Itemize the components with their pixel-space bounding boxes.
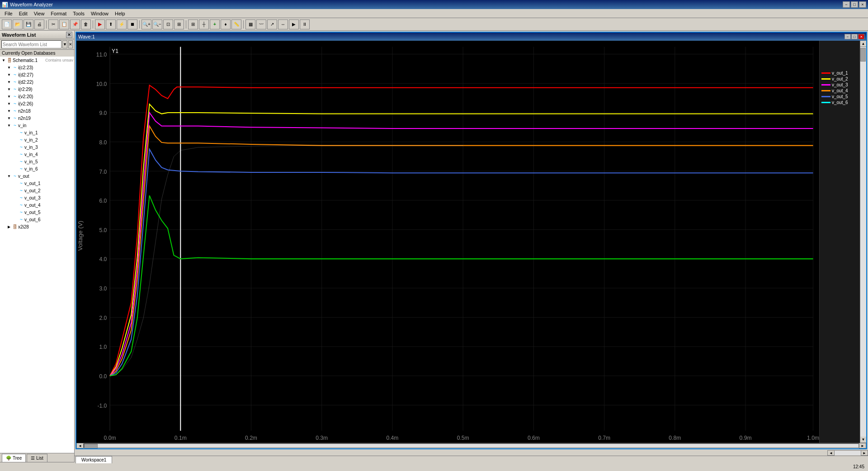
scroll-spacer <box>75 450 827 456</box>
btn-sim[interactable]: ⚡ <box>117 19 127 29</box>
tree-item-ic223[interactable]: ▼ ~ i(c2:23) <box>0 64 74 71</box>
btn-cursor[interactable]: ┼ <box>199 19 209 29</box>
btn-zoom-sel[interactable]: ⊞ <box>174 19 184 29</box>
menu-view[interactable]: View <box>31 10 47 17</box>
expander-n2n18[interactable]: ▼ <box>6 108 12 114</box>
workspace-tab-1[interactable]: Workspace1 <box>75 456 112 463</box>
tree-item-vout[interactable]: ▼ ~ v_out <box>0 172 74 180</box>
hscroll-thumb[interactable] <box>84 444 98 448</box>
expander-x2i28[interactable]: ▶ <box>6 224 12 229</box>
tree-tab-icon: 🌳 <box>6 456 11 461</box>
vscroll-track <box>860 47 866 437</box>
expander-id227[interactable]: ▼ <box>6 72 12 77</box>
tree-item-vin1[interactable]: ~ v_in_1 <box>0 129 74 136</box>
wave-maximize-btn[interactable]: □ <box>851 34 858 39</box>
btn-stop[interactable]: ⏹ <box>127 19 137 29</box>
btn-export[interactable]: ⬆ <box>106 19 116 29</box>
legend-scroll-left[interactable]: ◄ <box>827 450 835 456</box>
tree-item-id222[interactable]: ▼ ~ i(d2:22) <box>0 78 74 86</box>
tree-item-vin[interactable]: ▼ ~ v_in <box>0 122 74 129</box>
minimize-btn[interactable]: − <box>843 1 850 8</box>
tree-item-vin2[interactable]: ~ v_in_2 <box>0 136 74 143</box>
tree-item-n2n18[interactable]: ▼ ~ n2n18 <box>0 107 74 114</box>
svg-text:0.3m: 0.3m <box>316 435 328 441</box>
wave-minimize-btn[interactable]: − <box>844 34 851 39</box>
tree-item-vout5[interactable]: ~ v_out_5 <box>0 209 74 216</box>
btn-new[interactable]: 📄 <box>2 19 12 29</box>
hscroll-right-btn[interactable]: ► <box>859 443 866 448</box>
expander-ir229[interactable]: ▼ <box>6 86 12 92</box>
tree-item-vin5[interactable]: ~ v_in_5 <box>0 158 74 165</box>
tree-item-vout1[interactable]: ~ v_out_1 <box>0 180 74 187</box>
expander-id222[interactable]: ▼ <box>6 79 12 85</box>
btn-table[interactable]: ▦ <box>245 19 255 29</box>
tab-tree[interactable]: 🌳 Tree <box>2 454 26 462</box>
btn-open[interactable]: 📂 <box>13 19 23 29</box>
tree-item-vout3[interactable]: ~ v_out_3 <box>0 194 74 201</box>
menu-window[interactable]: Window <box>88 10 111 17</box>
menu-edit[interactable]: Edit <box>16 10 30 17</box>
search-clear-btn[interactable]: ✕ <box>68 40 73 48</box>
btn-add-wave[interactable]: + <box>210 19 220 29</box>
expander-ic223[interactable]: ▼ <box>6 65 12 70</box>
hscroll-left-btn[interactable]: ◄ <box>76 443 84 448</box>
btn-delete[interactable]: 🗑 <box>81 19 91 29</box>
btn-fft[interactable]: 〰 <box>256 19 266 29</box>
menu-help[interactable]: Help <box>112 10 128 17</box>
tree-item-vout6[interactable]: ~ v_out_6 <box>0 216 74 223</box>
btn-export2[interactable]: ↗ <box>267 19 277 29</box>
vscroll-thumb[interactable] <box>860 48 866 62</box>
btn-play[interactable]: ▶ <box>289 19 299 29</box>
close-btn[interactable]: × <box>859 1 866 8</box>
btn-copy[interactable]: 📋 <box>59 19 69 29</box>
tree-item-x2i28[interactable]: ▶ 🗄 x2i28 <box>0 223 74 230</box>
maximize-btn[interactable]: □ <box>851 1 858 8</box>
btn-zoom-in[interactable]: 🔍+ <box>142 19 151 29</box>
menu-file[interactable]: File <box>2 10 15 17</box>
btn-import[interactable]: ▶ <box>95 19 105 29</box>
expander-schematic1[interactable]: ▼ <box>1 57 6 63</box>
tree-item-vout2[interactable]: ~ v_out_2 <box>0 187 74 194</box>
btn-print[interactable]: 🖨 <box>34 19 44 29</box>
svg-text:Voltage (V): Voltage (V) <box>77 221 84 251</box>
svg-text:2.0: 2.0 <box>99 315 107 321</box>
btn-paste[interactable]: 📌 <box>70 19 80 29</box>
btn-cut[interactable]: ✂ <box>48 19 58 29</box>
tree-item-iv226[interactable]: ▼ ~ i(v2:26) <box>0 100 74 107</box>
panel-close-btn[interactable]: ✕ <box>66 32 72 38</box>
legend-scroll-right[interactable]: ► <box>861 450 868 456</box>
expander-iv226[interactable]: ▼ <box>6 101 12 106</box>
tree-item-n2n19[interactable]: ▼ ~ n2n19 <box>0 114 74 122</box>
tree-item-schematic1[interactable]: ▼ 🗄 Schematic.1 Contains unsav <box>0 57 74 64</box>
expander-vout[interactable]: ▼ <box>6 173 12 179</box>
menu-format[interactable]: Format <box>48 10 69 17</box>
tree-item-vin6[interactable]: ~ v_in_6 <box>0 165 74 172</box>
search-dropdown-btn[interactable]: ▼ <box>62 40 67 48</box>
tab-list[interactable]: ☰ List <box>27 454 47 462</box>
tree-item-vout4[interactable]: ~ v_out_4 <box>0 201 74 209</box>
btn-measure[interactable]: 📏 <box>231 19 241 29</box>
vscroll-down-btn[interactable]: ▼ <box>860 437 866 443</box>
btn-pan[interactable]: ↔ <box>278 19 288 29</box>
tree-item-vin4[interactable]: ~ v_in_4 <box>0 151 74 158</box>
tree-item-vin3[interactable]: ~ v_in_3 <box>0 143 74 151</box>
btn-marker[interactable]: ♦ <box>221 19 231 29</box>
expander-n2n19[interactable]: ▼ <box>6 115 12 121</box>
expander-iv220[interactable]: ▼ <box>6 94 12 99</box>
wave-icon-vout2: ~ <box>18 187 24 194</box>
btn-pause[interactable]: ⏸ <box>300 19 310 29</box>
btn-grid[interactable]: ⊞ <box>188 19 198 29</box>
menu-tools[interactable]: Tools <box>70 10 87 17</box>
wave-close-btn[interactable]: ✕ <box>858 34 864 39</box>
tree-item-iv220[interactable]: ▼ ~ i(v2:20) <box>0 93 74 100</box>
btn-zoom-fit[interactable]: ⊡ <box>163 19 173 29</box>
btn-zoom-out[interactable]: 🔍− <box>152 19 162 29</box>
vscroll-up-btn[interactable]: ▲ <box>860 41 866 47</box>
tree-item-ir229[interactable]: ▼ ~ i(r2:29) <box>0 86 74 93</box>
btn-save[interactable]: 💾 <box>24 19 33 29</box>
svg-text:0.2m: 0.2m <box>245 435 257 441</box>
expander-vout1 <box>13 181 18 186</box>
search-input[interactable] <box>1 40 61 48</box>
expander-vin[interactable]: ▼ <box>6 123 12 128</box>
tree-item-id227[interactable]: ▼ ~ i(d2:27) <box>0 71 74 78</box>
